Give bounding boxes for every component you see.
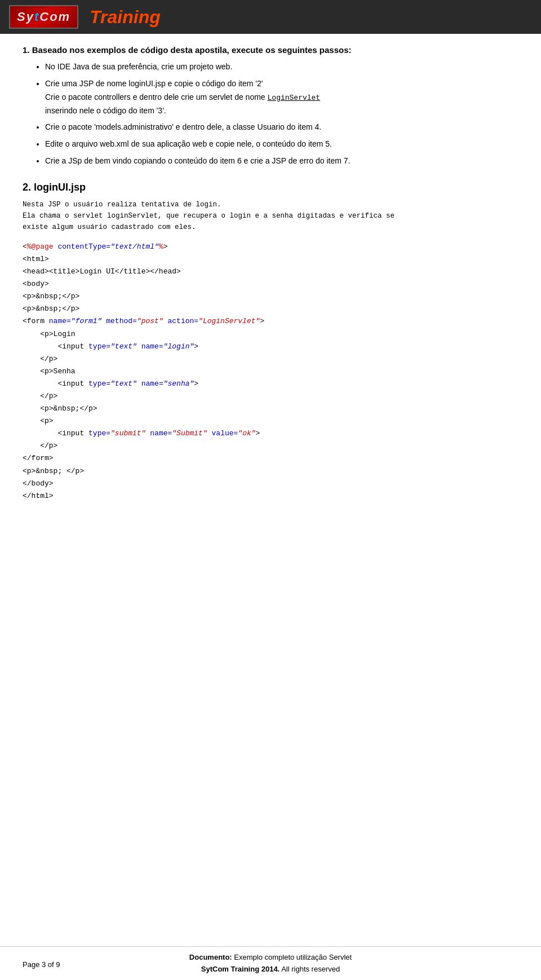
code-line: <p>Login	[23, 328, 518, 341]
desc-line1: Nesta JSP o usuário realiza tentativa de…	[23, 201, 221, 209]
footer-center: Documento: Exemplo completo utilização S…	[189, 952, 352, 975]
code-line: <input type="text" name="login">	[23, 341, 518, 353]
section2-title: 2. loginUI.jsp	[23, 182, 518, 193]
footer-doc-label: Documento:	[189, 953, 232, 961]
desc-line3: existe algum usuário cadastrado com eles…	[23, 223, 196, 231]
main-content: 1. Baseado nos exemplos de código desta …	[0, 34, 541, 548]
footer-company: SytCom Training 2014. All rights reserve…	[189, 964, 352, 975]
code-line: <p>&nbsp;</p>	[23, 403, 518, 415]
code-line: <head><title>Login UI</title></head>	[23, 266, 518, 278]
code-line: <p>&nbsp;</p>	[23, 303, 518, 315]
section2-description: Nesta JSP o usuário realiza tentativa de…	[23, 199, 518, 233]
code-line: <body>	[23, 278, 518, 290]
list-item: No IDE Java de sua preferência, crie um …	[45, 60, 518, 74]
list-item: Crie a JSp de bem vindo copiando o conte…	[45, 154, 518, 168]
list-item: Crie o pacote 'models.administrativo' e …	[45, 121, 518, 134]
code-line: <p>&nbsp;</p>	[23, 290, 518, 303]
logo-text: SytCom	[17, 10, 70, 24]
code-line: <input type="submit" name="Submit" value…	[23, 427, 518, 440]
code-line: </html>	[23, 490, 518, 502]
code-line: <p>&nbsp; </p>	[23, 465, 518, 478]
footer-doc-value: Exemplo completo utilização Servlet	[234, 953, 352, 961]
code-line: </p>	[23, 353, 518, 365]
footer-doc: Documento: Exemplo completo utilização S…	[189, 952, 352, 964]
code-line: </form>	[23, 452, 518, 465]
section1-title: 1. Baseado nos exemplos de código desta …	[23, 45, 518, 55]
footer-company-name: SytCom Training 2014.	[201, 965, 280, 973]
page-number: Page 3 of 9	[23, 960, 60, 969]
code-line: </body>	[23, 478, 518, 490]
code-line: <form name="form1" method="post" action=…	[23, 315, 518, 328]
page-header: SytCom Training	[0, 0, 541, 34]
code-line: <%@page contentType="text/html"%>	[23, 241, 518, 253]
code-line: <p>	[23, 415, 518, 427]
code-line: </p>	[23, 390, 518, 403]
list-item: Crie uma JSP de nome loginUI.jsp e copie…	[45, 77, 518, 118]
code-line: </p>	[23, 440, 518, 452]
code-block: <%@page contentType="text/html"%> <html>…	[23, 241, 518, 502]
logo: SytCom	[9, 5, 78, 29]
instruction-list: No IDE Java de sua preferência, crie um …	[45, 60, 518, 168]
desc-line2: Ela chama o servlet loginServlet, que re…	[23, 212, 394, 220]
page-title: Training	[90, 7, 161, 28]
page-footer: Page 3 of 9 Documento: Exemplo completo …	[0, 946, 541, 980]
code-line: <p>Senha	[23, 365, 518, 378]
code-inline: LoginServlet	[268, 94, 321, 102]
section2-number: 2.	[23, 182, 31, 193]
section2-name: loginUI.jsp	[34, 182, 86, 193]
code-line: <input type="text" name="senha">	[23, 378, 518, 390]
footer-rights: All rights reserved	[281, 965, 340, 973]
list-item: Edite o arquivo web.xml de sua aplicação…	[45, 138, 518, 151]
code-line: <html>	[23, 253, 518, 266]
